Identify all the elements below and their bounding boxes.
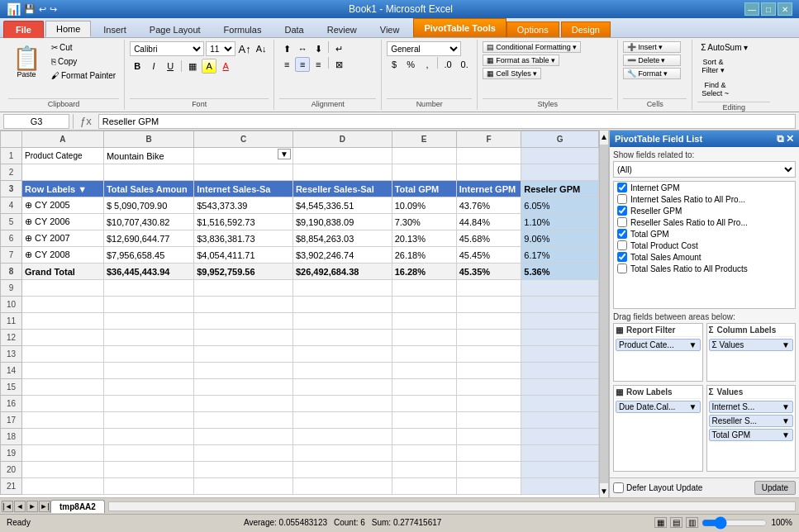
values-item-2[interactable]: Reseller S... ▼ xyxy=(709,415,794,427)
cell-d2[interactable] xyxy=(292,164,392,181)
sort-filter-button[interactable]: Sort & Filter ▾ xyxy=(697,55,729,77)
merge-center-btn[interactable]: ⊠ xyxy=(331,57,346,72)
cell-f4[interactable]: 43.76% xyxy=(456,197,521,214)
cell-a6[interactable]: ⊕ CY 2007 xyxy=(22,230,104,247)
cell-e7[interactable]: 26.18% xyxy=(392,247,456,264)
cell-b8[interactable]: $36,445,443.94 xyxy=(103,264,193,280)
cell-a2[interactable] xyxy=(22,164,104,181)
internet-sales-ratio-checkbox[interactable] xyxy=(617,194,627,204)
maximize-btn[interactable]: □ xyxy=(761,2,776,16)
font-color-button[interactable]: A xyxy=(218,59,233,74)
filter-dropdown[interactable]: ▼ xyxy=(278,149,291,159)
cell-a4[interactable]: ⊕ CY 2005 xyxy=(22,197,104,214)
cell-b2[interactable] xyxy=(103,164,193,181)
col-header-g[interactable]: G xyxy=(521,131,599,148)
cell-b6[interactable]: $12,690,644.77 xyxy=(103,230,193,247)
cell-e4[interactable]: 10.09% xyxy=(392,197,456,214)
cell-e6[interactable]: 20.13% xyxy=(392,230,456,247)
list-item[interactable]: Internet Sales Ratio to All Pro... xyxy=(614,193,795,205)
list-item[interactable]: Reseller GPM xyxy=(614,205,795,216)
copy-button[interactable]: ⎘ Copy xyxy=(48,55,119,68)
cell-styles-button[interactable]: ▦ Cell Styles ▾ xyxy=(483,68,541,79)
column-labels-item[interactable]: Σ Values ▼ xyxy=(709,339,794,351)
cell-b4[interactable]: $ 5,090,709.90 xyxy=(103,197,193,214)
tab-design[interactable]: Design xyxy=(561,21,611,37)
delete-button[interactable]: ➖ Delete ▾ xyxy=(623,55,681,66)
values-item-3[interactable]: Total GPM ▼ xyxy=(709,429,794,441)
total-sales-ratio-checkbox[interactable] xyxy=(617,264,627,273)
page-layout-view-btn[interactable]: ▤ xyxy=(670,517,682,528)
cell-c2[interactable] xyxy=(194,164,293,181)
pivot-close-icon[interactable]: ✕ xyxy=(786,133,794,145)
total-sales-amount-checkbox[interactable] xyxy=(617,252,627,262)
scroll-up-btn[interactable]: ▲ xyxy=(598,131,610,143)
col-header-a[interactable]: A xyxy=(22,131,104,148)
tab-page-layout[interactable]: Page Layout xyxy=(139,21,212,37)
cell-c5[interactable]: $1,516,592.73 xyxy=(194,214,293,230)
col-header-f[interactable]: F xyxy=(456,131,521,148)
list-item[interactable]: Total Sales Amount xyxy=(614,251,795,263)
function-icon[interactable]: ƒx xyxy=(77,115,95,127)
align-middle-btn[interactable]: ↔ xyxy=(295,41,310,56)
scroll-thumb[interactable] xyxy=(600,145,608,483)
cell-f3[interactable]: Internet GPM xyxy=(456,181,521,197)
cell-e5[interactable]: 7.30% xyxy=(392,214,456,230)
bold-button[interactable]: B xyxy=(130,59,145,74)
tab-data[interactable]: Data xyxy=(273,21,314,37)
list-item[interactable]: Total Sales Ratio to All Products xyxy=(614,263,795,274)
cell-d7[interactable]: $3,902,246.74 xyxy=(292,247,392,264)
cell-b5[interactable]: $10,707,430.82 xyxy=(103,214,193,230)
normal-view-btn[interactable]: ▦ xyxy=(654,517,667,528)
format-button[interactable]: 🔧 Format ▾ xyxy=(623,68,681,79)
row-labels-item[interactable]: Due Date.Cal... ▼ xyxy=(616,401,701,413)
pivot-copy-icon[interactable]: ⧉ xyxy=(777,133,784,145)
font-name-select[interactable]: Calibri xyxy=(130,41,204,56)
cell-e1[interactable] xyxy=(392,148,456,164)
cell-c3[interactable]: Internet Sales-Sa xyxy=(194,181,293,197)
cell-g2[interactable] xyxy=(521,164,599,181)
cell-d6[interactable]: $8,854,263.03 xyxy=(292,230,392,247)
decrease-decimal-btn[interactable]: 0. xyxy=(457,57,472,72)
list-item[interactable]: Total GPM xyxy=(614,228,795,240)
list-item[interactable]: Total Product Cost xyxy=(614,240,795,251)
update-button[interactable]: Update xyxy=(754,481,796,495)
total-product-cost-checkbox[interactable] xyxy=(617,240,627,250)
cell-g8[interactable]: 5.36% xyxy=(521,264,599,280)
cell-c1[interactable]: ▼ xyxy=(194,148,293,164)
increase-font-btn[interactable]: A↑ xyxy=(237,41,252,56)
defer-update-checkbox[interactable] xyxy=(613,482,624,493)
cell-f1[interactable] xyxy=(456,148,521,164)
tab-options[interactable]: Options xyxy=(507,21,559,37)
cell-d4[interactable]: $4,545,336.51 xyxy=(292,197,392,214)
cell-b3[interactable]: Total Sales Amoun xyxy=(103,181,193,197)
tab-view[interactable]: View xyxy=(369,21,411,37)
cell-e3[interactable]: Total GPM xyxy=(392,181,456,197)
list-item[interactable]: Internet GPM xyxy=(614,182,795,193)
tab-file[interactable]: File xyxy=(3,21,44,38)
format-as-table-button[interactable]: ▦ Format as Table ▾ xyxy=(483,55,559,66)
cell-e2[interactable] xyxy=(392,164,456,181)
currency-btn[interactable]: $ xyxy=(387,57,402,72)
tab-insert[interactable]: Insert xyxy=(93,21,137,37)
border-button[interactable]: ▦ xyxy=(185,59,200,74)
fill-color-button[interactable]: A xyxy=(202,59,216,74)
italic-button[interactable]: I xyxy=(146,59,161,74)
last-sheet-btn[interactable]: ►| xyxy=(39,501,50,512)
format-painter-button[interactable]: 🖌 Format Painter xyxy=(48,69,119,82)
quick-access-redo[interactable]: ↪ xyxy=(50,4,57,15)
cell-a8[interactable]: Grand Total xyxy=(22,264,104,280)
number-format-select[interactable]: General xyxy=(387,41,461,56)
cell-e8[interactable]: 16.28% xyxy=(392,264,456,280)
cell-g3[interactable]: Reseler GPM xyxy=(521,181,599,197)
align-left-btn[interactable]: ≡ xyxy=(279,57,294,72)
reseller-gpm-checkbox[interactable] xyxy=(617,206,627,216)
cell-g7[interactable]: 6.17% xyxy=(521,247,599,264)
minimize-btn[interactable]: — xyxy=(744,2,759,16)
scroll-down-btn[interactable]: ▼ xyxy=(598,485,610,497)
cell-a3[interactable]: Row Labels ▼ xyxy=(22,181,104,197)
col-header-d[interactable]: D xyxy=(292,131,392,148)
align-top-btn[interactable]: ⬆ xyxy=(279,41,294,56)
cell-f5[interactable]: 44.84% xyxy=(456,214,521,230)
col-header-b[interactable]: B xyxy=(103,131,193,148)
cell-b7[interactable]: $7,956,658.45 xyxy=(103,247,193,264)
